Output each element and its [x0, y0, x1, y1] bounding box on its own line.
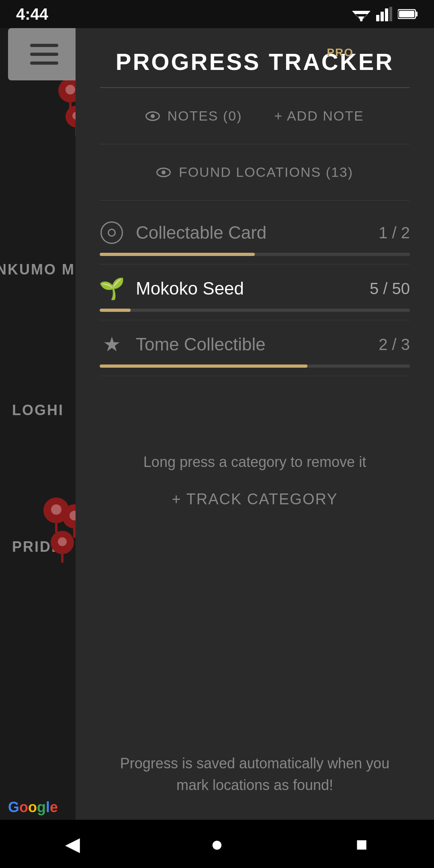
tome-collectible-name: Tome Collectible — [136, 334, 266, 354]
collectable-card-left: Collectable Card — [100, 221, 266, 245]
tome-collectible-progress-fill — [100, 364, 307, 368]
svg-rect-9 — [416, 12, 418, 16]
track-category-label: + TRACK CATEGORY — [172, 491, 338, 508]
pro-badge: PRO — [327, 46, 354, 59]
track-category-button[interactable]: + TRACK CATEGORY — [76, 479, 434, 516]
recent-icon: ■ — [356, 833, 368, 855]
found-eye-icon — [156, 168, 171, 177]
mokoko-seed-icon: 🌱 — [100, 276, 124, 301]
collectable-card-progress-bg — [100, 253, 410, 256]
notes-eye-icon — [145, 111, 160, 121]
tome-collectible-progress-bg — [100, 364, 410, 368]
wifi-icon — [352, 7, 371, 21]
mokoko-seed-row: 🌱 Mokoko Seed 5 / 50 — [100, 276, 410, 301]
category-item-mokoko-seed[interactable]: 🌱 Mokoko Seed 5 / 50 — [100, 264, 410, 320]
collectable-card-count: 1 / 2 — [379, 224, 410, 242]
categories-section: Collectable Card 1 / 2 🌱 Mokoko Seed 5 /… — [76, 201, 434, 438]
progress-tracker-drawer: PROGRESS TRACKER PRO NOTES (0) + ADD NOT… — [76, 28, 434, 868]
collectable-card-name: Collectable Card — [136, 223, 266, 243]
mokoko-seed-progress-bg — [100, 309, 410, 312]
status-time: 4:44 — [16, 5, 48, 23]
category-item-collectable-card[interactable]: Collectable Card 1 / 2 — [100, 209, 410, 264]
svg-rect-5 — [381, 12, 384, 21]
drawer-header: PROGRESS TRACKER PRO — [76, 28, 434, 87]
collectable-card-progress-fill — [100, 253, 255, 256]
tome-collectible-left: ★ Tome Collectible — [100, 332, 266, 356]
status-icons — [352, 7, 418, 21]
found-locations-row[interactable]: FOUND LOCATIONS (13) — [76, 144, 434, 200]
back-icon: ◀ — [65, 833, 80, 855]
instruction-text: Long press a category to remove it — [76, 438, 434, 479]
collectable-card-icon — [100, 221, 124, 245]
autosave-text: Progress is saved automatically when you… — [108, 753, 402, 796]
svg-rect-7 — [389, 7, 392, 21]
mokoko-seed-left: 🌱 Mokoko Seed — [100, 276, 244, 301]
tome-collectible-icon: ★ — [100, 332, 124, 356]
svg-rect-10 — [399, 11, 414, 17]
mokoko-seed-progress-fill — [100, 309, 131, 312]
hamburger-icon — [30, 44, 58, 65]
signal-icon — [376, 7, 392, 21]
notes-row: NOTES (0) + ADD NOTE — [76, 88, 434, 144]
svg-point-22 — [58, 537, 67, 546]
tome-collectible-row: ★ Tome Collectible 2 / 3 — [100, 332, 410, 356]
tome-collectible-count: 2 / 3 — [379, 336, 410, 354]
found-locations-label: FOUND LOCATIONS (13) — [179, 164, 353, 180]
spacer — [76, 516, 434, 737]
mokoko-seed-count: 5 / 50 — [370, 280, 410, 298]
autosave-section: Progress is saved automatically when you… — [76, 737, 434, 812]
battery-icon — [398, 8, 418, 20]
add-note-button[interactable]: + ADD NOTE — [274, 108, 364, 124]
category-item-tome-collectible[interactable]: ★ Tome Collectible 2 / 3 — [100, 320, 410, 376]
map-label-loghi: LOGHI — [12, 402, 64, 419]
svg-point-12 — [66, 85, 75, 94]
collectable-card-row: Collectable Card 1 / 2 — [100, 221, 410, 245]
home-icon: ● — [211, 832, 223, 856]
menu-button[interactable] — [8, 28, 80, 80]
notes-label: NOTES (0) — [167, 108, 242, 124]
back-button[interactable]: ◀ — [60, 832, 84, 856]
google-logo: Google — [8, 799, 58, 816]
status-bar: 4:44 — [0, 0, 434, 28]
svg-point-18 — [51, 504, 61, 515]
mokoko-seed-name: Mokoko Seed — [136, 278, 244, 299]
svg-rect-4 — [376, 15, 379, 21]
star-icon: ★ — [103, 333, 121, 356]
recent-apps-button[interactable]: ■ — [350, 832, 374, 856]
notes-item[interactable]: NOTES (0) — [145, 108, 242, 124]
svg-rect-6 — [385, 8, 388, 21]
home-button[interactable]: ● — [205, 832, 229, 856]
bottom-navigation: ◀ ● ■ — [0, 820, 434, 868]
